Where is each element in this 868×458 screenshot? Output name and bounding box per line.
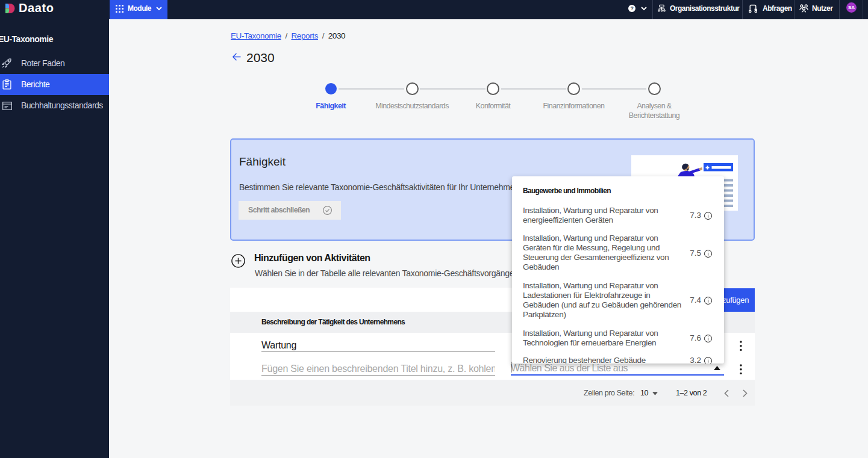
svg-text:?: ? [631, 5, 634, 11]
